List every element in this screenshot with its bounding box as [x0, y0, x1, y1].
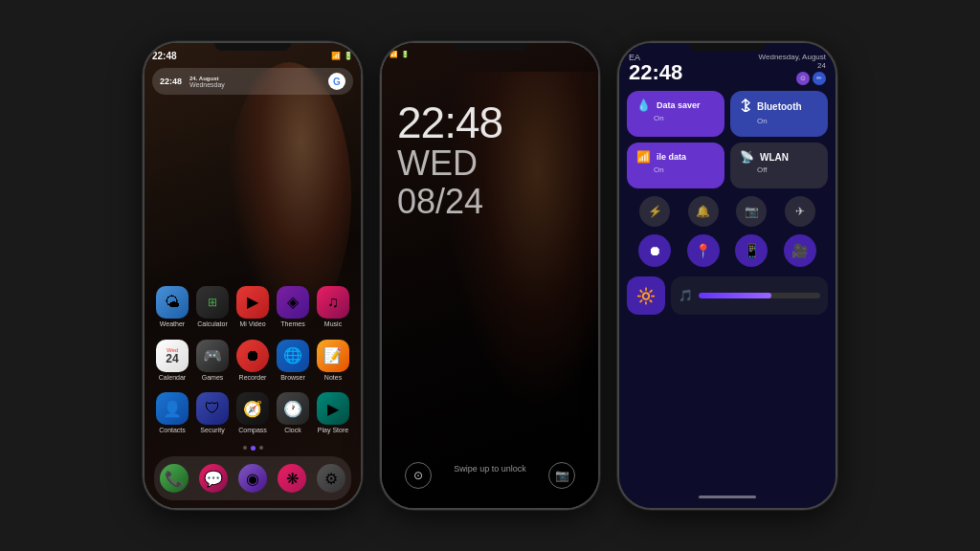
app-label-recorder: Recorder	[239, 374, 267, 382]
app-grid: 🌤 Weather ⊞ Calculator ▶ Mi Video ◈ Them…	[145, 286, 361, 451]
app-label-browser: Browser	[280, 374, 305, 382]
google-icon[interactable]: G	[328, 73, 345, 90]
phone-lock: 📶 🔋 22:48 WED 08/24 Swipe up to unlock ⊙…	[380, 41, 600, 510]
mobiledata-status: On	[636, 165, 715, 174]
status-icons-lock: 📶 🔋	[390, 51, 410, 58]
app-label-notes: Notes	[324, 374, 342, 382]
app-icon-compass: 🧭	[236, 392, 269, 425]
action-video-btn[interactable]: 🎥	[784, 234, 816, 267]
app-mivideo[interactable]: ▶ Mi Video	[235, 286, 270, 328]
app-games[interactable]: 🎮 Games	[195, 340, 230, 382]
cc-icon-edit[interactable]: ✏	[813, 72, 826, 85]
app-clock[interactable]: 🕐 Clock	[276, 392, 310, 434]
phone-control: EA 22:48 Wednesday, August 24 ⊙ ✏ 💧 Data…	[617, 41, 837, 510]
tile-bluetooth[interactable]: Bluetooth On	[730, 91, 828, 137]
dock-launcher[interactable]: ◉	[238, 464, 267, 493]
cc-header-icons: ⊙ ✏	[759, 72, 826, 85]
search-date2: Wednesday	[189, 81, 225, 88]
home-screen: 22:48 📶 🔋 22:48 24. August Wednesday G 🌤…	[145, 43, 361, 508]
cc-quick-row: ⚡ 🔔 📷 ✈	[619, 188, 835, 231]
app-label-clock: Clock	[284, 427, 301, 434]
mobiledata-title: ile data	[657, 152, 686, 162]
app-security[interactable]: 🛡 Security	[195, 392, 230, 434]
quick-alarm-btn[interactable]: 🔔	[688, 196, 719, 227]
media-bar[interactable]: 🎵	[671, 276, 828, 315]
action-mirror-btn[interactable]: 📱	[735, 234, 768, 267]
cc-header-left: EA 22:48	[629, 53, 682, 83]
app-row-2: Wed 24 Calendar 🎮 Games ⏺ Recorder 🌐 Bro…	[152, 340, 353, 382]
cc-icon-share[interactable]: ⊙	[796, 72, 810, 85]
app-recorder[interactable]: ⏺ Recorder	[235, 340, 270, 382]
tile-wlan[interactable]: 📡 WLAN Off	[730, 143, 828, 188]
dock-float[interactable]: ❋	[278, 464, 306, 493]
tile-datasaver[interactable]: 💧 Data saver On	[627, 91, 724, 137]
app-contacts[interactable]: 👤 Contacts	[155, 392, 189, 434]
dock-phone[interactable]: 📞	[160, 464, 189, 493]
app-icon-clock: 🕐	[277, 392, 309, 425]
app-playstore[interactable]: ▶ Play Store	[316, 392, 350, 434]
search-time: 22:48	[160, 77, 182, 86]
app-label-music: Music	[324, 320, 342, 328]
app-compass[interactable]: 🧭 Compass	[235, 392, 270, 434]
app-icon-weather: 🌤	[156, 286, 189, 319]
cc-header: EA 22:48 Wednesday, August 24 ⊙ ✏	[619, 43, 835, 91]
wlan-title: WLAN	[760, 152, 789, 163]
quick-camera-btn[interactable]: 📷	[736, 196, 767, 227]
action-record-btn[interactable]: ⏺	[638, 234, 671, 267]
app-calculator[interactable]: ⊞ Calculator	[195, 286, 230, 328]
datasaver-icon: 💧	[636, 99, 651, 112]
action-location-btn[interactable]: 📍	[687, 234, 720, 267]
cc-tiles: 💧 Data saver On Bluetooth On 📶 ile data	[619, 91, 835, 188]
dock-settings[interactable]: ⚙	[317, 464, 345, 493]
app-label-games: Games	[202, 374, 224, 382]
app-icon-games: 🎮	[196, 340, 229, 372]
app-icon-notes: 📝	[317, 340, 349, 372]
lock-day: WED	[397, 144, 502, 183]
wlan-status: Off	[740, 165, 818, 174]
cc-date: Wednesday, August	[759, 53, 826, 61]
app-label-compass: Compass	[238, 427, 267, 434]
media-progress-bar	[699, 293, 820, 298]
app-weather[interactable]: 🌤 Weather	[155, 286, 189, 328]
quick-airplane-btn[interactable]: ✈	[785, 196, 815, 227]
cc-time: 22:48	[629, 62, 682, 83]
cc-media-row: 🔆 🎵	[619, 271, 835, 315]
quick-flash-btn[interactable]: ⚡	[639, 196, 670, 227]
status-icons-home: 📶 🔋	[331, 52, 353, 60]
lock-flashlight-btn[interactable]: 📷	[548, 462, 575, 489]
app-label-calc: Calculator	[197, 320, 228, 328]
app-icon-calendar: Wed 24	[156, 340, 189, 372]
dock-messages[interactable]: 💬	[199, 464, 228, 493]
lock-signal-icon: 📶	[390, 51, 398, 58]
app-label-contacts: Contacts	[159, 427, 186, 434]
bluetooth-status: On	[740, 117, 818, 125]
app-icon-calc: ⊞	[196, 286, 229, 319]
signal-icon: 📶	[331, 52, 341, 60]
tile-mobiledata[interactable]: 📶 ile data On	[627, 143, 724, 188]
wlan-icon: 📡	[740, 150, 754, 164]
lock-battery-icon: 🔋	[401, 51, 410, 58]
search-bar[interactable]: 22:48 24. August Wednesday G	[152, 68, 353, 95]
app-label-themes: Themes	[280, 320, 304, 328]
lock-camera-btn[interactable]: ⊙	[405, 462, 432, 489]
status-bar-lock: 📶 🔋	[390, 51, 590, 58]
cc-date2: 24	[759, 61, 826, 70]
app-icon-playstore: ▶	[317, 392, 349, 425]
app-label-security: Security	[200, 427, 224, 434]
app-label-playstore: Play Store	[318, 427, 348, 434]
app-music[interactable]: ♫ Music	[316, 286, 350, 328]
app-notes[interactable]: 📝 Notes	[316, 340, 350, 382]
page-dot-active	[251, 446, 256, 451]
battery-icon: 🔋	[344, 52, 353, 60]
lock-screen: 📶 🔋 22:48 WED 08/24 Swipe up to unlock ⊙…	[382, 43, 598, 508]
cc-header-right: Wednesday, August 24 ⊙ ✏	[759, 53, 826, 85]
brightness-icon-btn[interactable]: 🔆	[627, 276, 665, 315]
media-icon: 🎵	[679, 289, 693, 302]
phone-home: 22:48 📶 🔋 22:48 24. August Wednesday G 🌤…	[143, 41, 363, 510]
app-icon-security: 🛡	[196, 392, 229, 425]
app-calendar[interactable]: Wed 24 Calendar	[155, 340, 189, 382]
datasaver-title: Data saver	[657, 100, 701, 110]
app-browser[interactable]: 🌐 Browser	[276, 340, 310, 382]
app-themes[interactable]: ◈ Themes	[276, 286, 310, 328]
app-row-3: 👤 Contacts 🛡 Security 🧭 Compass 🕐 Clock …	[152, 392, 353, 434]
